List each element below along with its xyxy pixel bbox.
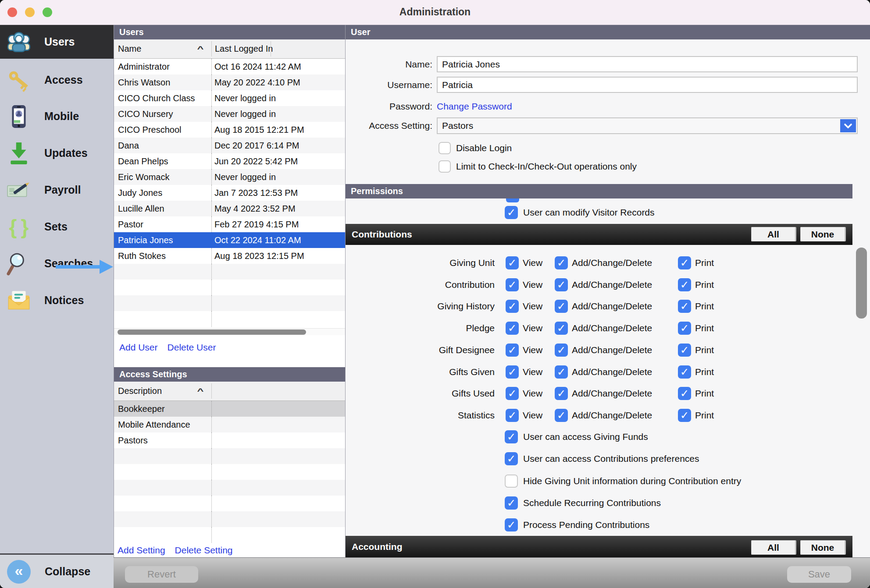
password-row: Password: Change Password (346, 100, 870, 113)
sidebar-item-notices[interactable]: Notices (0, 283, 114, 317)
contribution-option-checkbox[interactable]: ✓ (505, 496, 518, 510)
sidebar-item-mobile[interactable]: Mobile (0, 99, 114, 133)
gifts-given-add-change-delete-checkbox[interactable]: ✓ (555, 365, 568, 379)
sidebar-item-updates[interactable]: Updates (0, 136, 114, 170)
column-header-last-logged-in[interactable]: Last Logged In (215, 44, 273, 54)
gifts-given-print-checkbox[interactable]: ✓ (678, 365, 691, 379)
giving-history-add-change-delete-checkbox[interactable]: ✓ (555, 300, 568, 313)
save-button[interactable]: Save (787, 566, 851, 583)
limit-checkin-row: Limit to Check-In/Check-Out operations o… (439, 160, 637, 173)
access-setting-row[interactable]: Mobile Attendance (114, 417, 346, 432)
column-divider[interactable] (271, 41, 271, 57)
giving-history-print-checkbox[interactable]: ✓ (678, 300, 691, 313)
gifts-used-add-change-delete-checkbox[interactable]: ✓ (555, 387, 568, 400)
chevron-down-icon[interactable] (840, 119, 856, 132)
pointer-arrow (56, 265, 100, 269)
add-setting-link[interactable]: Add Setting (118, 545, 165, 556)
column-header-name[interactable]: Name (118, 44, 141, 54)
user-table-row[interactable]: CICO NurseryNever logged in (114, 106, 346, 122)
sidebar-item-access[interactable]: Access (0, 63, 114, 97)
statistics-print-checkbox[interactable]: ✓ (678, 409, 691, 422)
sidebar-item-sets[interactable]: { } Sets (0, 210, 114, 244)
sidebar-item-payroll[interactable]: Payroll (0, 173, 114, 207)
delete-setting-link[interactable]: Delete Setting (175, 545, 233, 556)
visitor-records-row: ✓ User can modify Visitor Records (505, 206, 655, 219)
contribution-option-row: ✓User can access Contributions preferenc… (505, 452, 699, 465)
permission-group: ✓Print (678, 383, 714, 404)
giving-unit-view-checkbox[interactable]: ✓ (506, 256, 519, 269)
contribution-view-checkbox[interactable]: ✓ (506, 278, 519, 291)
statistics-view-checkbox[interactable]: ✓ (506, 409, 519, 422)
horizontal-scrollbar-thumb[interactable] (118, 329, 306, 335)
contribution-option-checkbox[interactable]: ✓ (505, 452, 518, 465)
collapse-section[interactable]: « Collapse (0, 553, 114, 588)
user-last-login-cell: Never logged in (211, 90, 346, 106)
access-setting-row[interactable]: Pastors (114, 432, 346, 448)
contribution-option-checkbox[interactable] (505, 475, 518, 488)
user-table-row[interactable]: Lucille AllenMay 4 2022 3:52 PM (114, 201, 346, 216)
column-divider[interactable] (211, 41, 212, 57)
limit-checkin-checkbox[interactable] (439, 160, 451, 173)
permission-row-label: Contribution (346, 274, 495, 295)
gifts-used-print-checkbox[interactable]: ✓ (678, 387, 691, 400)
giving-unit-add-change-delete-checkbox[interactable]: ✓ (555, 256, 568, 269)
user-table-row[interactable]: CICO Church ClassNever logged in (114, 90, 346, 106)
empty-table-row (114, 311, 346, 327)
pledge-view-checkbox[interactable]: ✓ (506, 322, 519, 335)
user-table-row[interactable]: Ruth StokesAug 18 2023 12:15 PM (114, 248, 346, 264)
disable-login-checkbox[interactable] (439, 142, 451, 154)
contributions-none-button[interactable]: None (800, 227, 846, 241)
contribution-option-label: User can access Contributions preference… (523, 453, 699, 464)
column-header-description[interactable]: Description (118, 386, 162, 396)
change-password-link[interactable]: Change Password (437, 101, 512, 112)
user-table-row[interactable]: Eric WomackNever logged in (114, 169, 346, 185)
delete-user-link[interactable]: Delete User (168, 342, 216, 353)
user-table-row[interactable]: DanaDec 20 2017 6:14 PM (114, 138, 346, 153)
accounting-none-button[interactable]: None (800, 540, 846, 555)
vertical-scrollbar-thumb[interactable] (856, 248, 867, 319)
user-table-row[interactable]: Dean PhelpsJun 20 2022 5:42 PM (114, 153, 346, 169)
user-table-row[interactable]: CICO PreschoolAug 18 2015 12:21 PM (114, 122, 346, 138)
user-table-row[interactable]: PastorFeb 27 2019 4:15 PM (114, 216, 346, 232)
gift-designee-add-change-delete-checkbox[interactable]: ✓ (555, 344, 568, 357)
empty-cell (211, 480, 346, 496)
collapse-icon[interactable]: « (7, 560, 31, 584)
user-table-row[interactable]: Chris WatsonMay 20 2022 4:10 PM (114, 74, 346, 90)
column-divider[interactable] (211, 383, 212, 399)
sidebar-item-users[interactable]: Users (0, 25, 114, 59)
contribution-option-checkbox[interactable]: ✓ (505, 430, 518, 443)
gifts-used-view-checkbox[interactable]: ✓ (506, 387, 519, 400)
contributions-all-button[interactable]: All (751, 227, 796, 241)
sidebar-item-searches[interactable]: Searches (0, 247, 114, 280)
permission-group: ✓Print (678, 340, 714, 361)
giving-history-view-checkbox[interactable]: ✓ (506, 300, 519, 313)
revert-button[interactable]: Revert (125, 566, 198, 583)
empty-cell (211, 417, 346, 432)
horizontal-scrollbar[interactable] (114, 328, 346, 335)
contribution-print-checkbox[interactable]: ✓ (678, 278, 691, 291)
gifts-given-view-checkbox[interactable]: ✓ (506, 365, 519, 379)
visitor-records-checkbox[interactable]: ✓ (505, 206, 518, 219)
gift-designee-view-checkbox[interactable]: ✓ (506, 344, 519, 357)
gift-designee-print-checkbox[interactable]: ✓ (678, 344, 691, 357)
contribution-add-change-delete-checkbox[interactable]: ✓ (555, 278, 568, 291)
contribution-option-row: ✓Schedule Recurring Contributions (505, 496, 661, 510)
accounting-all-button[interactable]: All (751, 540, 796, 555)
user-table-row[interactable]: AdministratorOct 16 2024 11:42 AM (114, 59, 346, 74)
username-input[interactable] (437, 77, 858, 93)
user-table-row[interactable]: Judy JonesJan 7 2023 12:53 PM (114, 185, 346, 201)
access-setting-select[interactable]: Pastors (437, 117, 858, 134)
contribution-option-checkbox[interactable]: ✓ (505, 518, 518, 531)
giving-unit-print-checkbox[interactable]: ✓ (678, 256, 691, 269)
permission-column-label: View (523, 388, 542, 399)
empty-table-row (114, 480, 346, 496)
add-user-link[interactable]: Add User (119, 342, 158, 353)
pledge-print-checkbox[interactable]: ✓ (678, 322, 691, 335)
name-input[interactable] (437, 56, 858, 72)
access-setting-row[interactable]: Bookkeeper (114, 401, 346, 417)
statistics-add-change-delete-checkbox[interactable]: ✓ (555, 409, 568, 422)
name-row: Name: (346, 56, 870, 72)
empty-table-row (114, 511, 346, 527)
user-table-row[interactable]: Patricia JonesOct 22 2024 11:02 AM (114, 232, 346, 248)
pledge-add-change-delete-checkbox[interactable]: ✓ (555, 322, 568, 335)
